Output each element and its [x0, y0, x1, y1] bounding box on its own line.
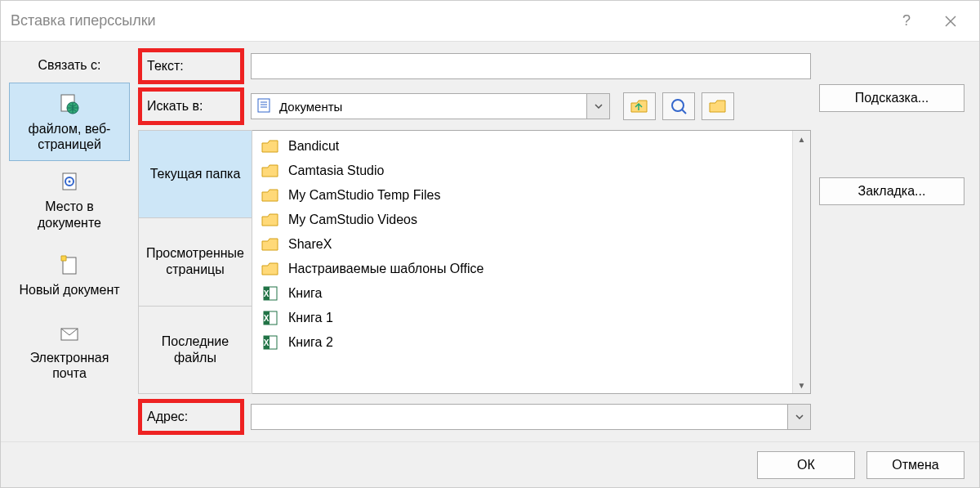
folder-icon: [261, 235, 280, 254]
new-doc-icon: [56, 253, 82, 279]
file-name: My CamStudio Videos: [288, 213, 417, 227]
cancel-button[interactable]: Отмена: [866, 451, 964, 479]
svg-line-15: [682, 110, 686, 114]
tab-current-folder[interactable]: Текущая папка: [139, 131, 252, 218]
file-name: Книга: [288, 286, 322, 301]
right-column: Подсказка... Закладка...: [819, 51, 964, 432]
folder-open-icon: [709, 99, 727, 114]
svg-text:X: X: [264, 338, 270, 347]
text-row: Текст:: [138, 51, 811, 81]
folder-icon: [261, 161, 280, 181]
file-name: Bandicut: [288, 139, 339, 154]
file-name: Книга 1: [288, 311, 333, 325]
tab-recent-files[interactable]: Последние файлы: [139, 307, 252, 393]
scroll-up-icon[interactable]: ▲: [793, 131, 810, 147]
file-item[interactable]: XКнига 2: [252, 330, 810, 355]
dialog-footer: ОК Отмена: [1, 441, 979, 487]
close-icon: [945, 16, 956, 27]
excel-file-icon: X: [261, 308, 280, 328]
link-to-column: Связать с: файлом, веб-страницей Место в…: [9, 51, 130, 432]
search-row: Искать в: Документы: [138, 91, 811, 122]
svg-rect-10: [258, 99, 270, 112]
scroll-down-icon[interactable]: ▼: [793, 377, 810, 393]
file-item[interactable]: Bandicut: [252, 134, 810, 159]
hyperlink-dialog: Вставка гиперссылки ? Связать с: файлом,…: [0, 0, 980, 488]
titlebar: Вставка гиперссылки ?: [1, 1, 979, 42]
titlebar-buttons: ?: [888, 8, 969, 34]
excel-file-icon: X: [261, 333, 280, 352]
linkto-file-webpage-label: файлом, веб-страницей: [13, 121, 126, 152]
up-folder-button[interactable]: [623, 92, 656, 120]
chevron-down-icon[interactable]: [787, 405, 810, 429]
search-in-combo[interactable]: Документы: [251, 93, 610, 119]
file-name: My CamStudio Temp Files: [288, 188, 440, 203]
file-name: ShareX: [288, 237, 332, 252]
svg-marker-8: [61, 256, 66, 261]
close-button[interactable]: [932, 8, 969, 34]
tab-browsed-pages[interactable]: Просмотренные страницы: [139, 218, 252, 306]
file-item[interactable]: My CamStudio Temp Files: [252, 183, 810, 208]
text-label: Текст:: [138, 48, 244, 84]
folder-icon: [261, 210, 280, 230]
browse-file-button[interactable]: [702, 92, 734, 120]
doc-target-icon: [56, 169, 82, 195]
dialog-body: Связать с: файлом, веб-страницей Место в…: [1, 42, 979, 441]
search-globe-icon: [670, 97, 688, 115]
file-name: Книга 2: [288, 335, 333, 350]
file-item[interactable]: My CamStudio Videos: [252, 208, 810, 232]
linkto-file-webpage[interactable]: файлом, веб-страницей: [9, 83, 130, 161]
file-name: Настраиваемые шаблоны Office: [288, 262, 483, 276]
linkto-email-label: Электронная почта: [12, 350, 127, 381]
mail-icon: [56, 320, 82, 347]
dialog-title: Вставка гиперссылки: [11, 12, 156, 29]
file-item[interactable]: Camtasia Studio: [252, 159, 810, 183]
search-in-value: Документы: [279, 100, 342, 114]
help-button[interactable]: ?: [888, 8, 925, 34]
page-globe-icon: [56, 92, 82, 118]
folder-icon: [261, 186, 280, 205]
text-input[interactable]: [251, 53, 811, 79]
svg-text:X: X: [264, 289, 270, 298]
main-column: Текст: Искать в: Документы: [138, 51, 811, 432]
file-item[interactable]: XКнига 1: [252, 306, 810, 330]
address-row: Адрес:: [138, 402, 811, 432]
vertical-scrollbar[interactable]: ▲ ▼: [792, 131, 810, 393]
svg-text:X: X: [264, 314, 270, 323]
svg-point-14: [672, 100, 684, 111]
address-label: Адрес:: [138, 399, 244, 435]
linkto-place-label: Место в документе: [12, 199, 127, 230]
linkto-new-doc[interactable]: Новый документ: [9, 239, 130, 312]
folder-icon: [261, 259, 280, 279]
svg-point-6: [69, 181, 71, 183]
folder-icon: [261, 137, 280, 156]
browse-tabs: Текущая папка Просмотренные страницы Пос…: [138, 130, 252, 394]
screentip-button[interactable]: Подсказка...: [819, 84, 964, 112]
file-name: Camtasia Studio: [288, 163, 384, 178]
linkto-place-in-doc[interactable]: Место в документе: [9, 161, 130, 238]
browse-web-button[interactable]: [662, 92, 695, 120]
file-item[interactable]: XКнига: [252, 281, 810, 306]
bookmark-button[interactable]: Закладка...: [819, 177, 964, 205]
file-item[interactable]: Настраиваемые шаблоны Office: [252, 257, 810, 281]
linkto-new-doc-label: Новый документ: [19, 282, 119, 298]
browse-tool-buttons: [623, 92, 734, 120]
address-combo[interactable]: [251, 404, 811, 430]
search-in-label: Искать в:: [138, 87, 244, 125]
folder-up-icon: [630, 99, 648, 114]
documents-folder-icon: [256, 97, 273, 116]
chevron-down-icon[interactable]: [586, 94, 609, 119]
ok-button[interactable]: ОК: [757, 451, 855, 479]
file-item[interactable]: ShareX: [252, 232, 810, 257]
excel-file-icon: X: [261, 284, 280, 303]
link-to-label: Связать с:: [9, 51, 130, 83]
file-list[interactable]: BandicutCamtasia StudioMy CamStudio Temp…: [252, 130, 811, 394]
browse-area: Текущая папка Просмотренные страницы Пос…: [138, 130, 811, 394]
linkto-email[interactable]: Электронная почта: [9, 312, 130, 389]
